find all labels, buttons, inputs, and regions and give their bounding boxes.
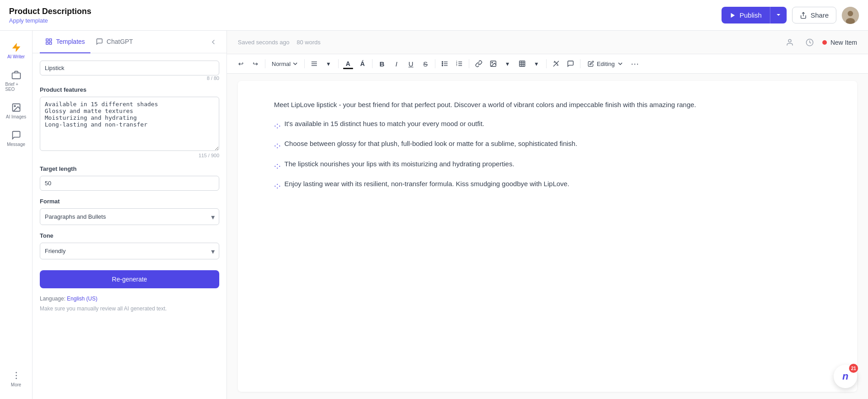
notification-button[interactable]: n 21 (834, 365, 857, 388)
bullet-marker-1: ·:· (274, 119, 281, 133)
svg-point-8 (15, 375, 17, 376)
notification-container: n 21 (834, 365, 857, 388)
more-options-button[interactable]: ··· (628, 57, 642, 70)
editor-main-paragraph: Meet LipLove lipstick - your best friend… (274, 99, 821, 111)
bullet-marker-2: ·:· (274, 139, 281, 153)
svg-point-14 (788, 39, 791, 42)
avatar[interactable] (842, 7, 859, 24)
apply-template-link[interactable]: Apply template (9, 17, 91, 24)
format-select[interactable]: Paragraphs and Bullets Paragraphs only B… (40, 208, 219, 225)
main-layout: AI Writer Brief + SEO AI Images Message … (0, 31, 868, 399)
publish-button[interactable]: Publish (722, 7, 787, 23)
chevron-down-icon (776, 12, 781, 18)
editor-content[interactable]: Meet LipLove lipstick - your best friend… (238, 81, 857, 392)
bullet-item-2: ·:· Choose between glossy for that plush… (274, 138, 821, 153)
style-dropdown[interactable]: Normal (268, 59, 302, 69)
sidebar-item-more[interactable]: More (2, 366, 31, 392)
editor-actions: New Item (783, 35, 857, 50)
regenerate-button[interactable]: Re-generate (40, 270, 219, 288)
table-chevron-button[interactable]: ▾ (530, 57, 543, 70)
disclaimer-text: Make sure you manually review all AI gen… (40, 305, 219, 313)
svg-rect-33 (519, 61, 525, 66)
target-length-input[interactable] (40, 176, 219, 191)
chevron-left-icon (209, 38, 217, 46)
bullet-item-3: ·:· The lipstick nourishes your lips wit… (274, 158, 821, 173)
top-bar: Product Descriptions Apply template Publ… (0, 0, 868, 31)
briefcase-icon (11, 70, 21, 80)
toolbar-divider-7 (546, 59, 547, 68)
panel-body: 8 / 80 Product features Available in 15 … (33, 53, 226, 399)
redo-button[interactable]: ↪ (249, 57, 262, 70)
link-button[interactable] (472, 57, 486, 70)
highlight-button[interactable]: Á (356, 57, 369, 70)
undo-button[interactable]: ↩ (234, 57, 248, 70)
align-button[interactable] (307, 57, 321, 70)
svg-point-7 (15, 372, 17, 373)
bullet-marker-3: ·:· (274, 159, 281, 173)
bullet-item-4: ·:· Enjoy lasting wear with its resilien… (274, 178, 821, 193)
link-icon (475, 60, 482, 67)
format-label: Format (40, 198, 219, 205)
toolbar-divider-4 (372, 59, 373, 68)
editor-topbar: Saved seconds ago 80 words New Item (227, 31, 868, 54)
toolbar-divider-8 (580, 59, 580, 68)
sidebar-item-brief-seo[interactable]: Brief + SEO (2, 66, 31, 96)
editing-chevron-icon (618, 61, 623, 66)
toolbar-divider-1 (265, 59, 265, 68)
sidebar-item-message[interactable]: Message (2, 126, 31, 151)
clock-icon-button[interactable] (802, 35, 817, 50)
tone-select-wrapper: Friendly Professional Casual Formal ▾ (40, 243, 219, 259)
play-icon (730, 12, 736, 19)
italic-button[interactable]: I (390, 57, 403, 70)
features-textarea[interactable]: Available in 15 different shades Glossy … (40, 97, 219, 151)
svg-rect-11 (49, 39, 52, 41)
tab-chatgpt[interactable]: ChatGPT (90, 31, 138, 53)
top-bar-left: Product Descriptions Apply template (9, 7, 91, 24)
bold-button[interactable]: B (375, 57, 389, 70)
svg-rect-4 (12, 73, 20, 79)
comment-button[interactable] (564, 57, 577, 70)
table-icon (519, 60, 526, 67)
clear-format-icon (552, 60, 560, 67)
svg-rect-10 (46, 39, 48, 41)
sidebar-item-ai-images[interactable]: AI Images (2, 98, 31, 124)
page-title: Product Descriptions (9, 7, 91, 16)
user-icon-button[interactable] (783, 35, 797, 50)
strikethrough-button[interactable]: S (419, 57, 432, 70)
saved-text: Saved seconds ago (238, 39, 289, 46)
panel-collapse-button[interactable] (208, 31, 219, 53)
table-button[interactable] (515, 57, 529, 70)
format-select-wrapper: Paragraphs and Bullets Paragraphs only B… (40, 208, 219, 225)
style-chevron-icon (292, 61, 298, 66)
toolbar: ↩ ↪ Normal ▾ A Á B I (227, 54, 868, 74)
share-button[interactable]: Share (792, 7, 836, 23)
svg-point-23 (442, 63, 443, 64)
editing-dropdown[interactable]: Editing (583, 59, 627, 69)
ordered-list-button[interactable]: 1 2 3 (453, 57, 466, 70)
user-icon (786, 38, 794, 47)
new-item-button[interactable]: New Item (822, 39, 857, 46)
features-label: Product features (40, 86, 219, 93)
features-char-count: 115 / 900 (40, 153, 219, 158)
templates-icon (45, 38, 52, 45)
align-icon (311, 60, 318, 67)
language-link[interactable]: English (US) (67, 296, 97, 302)
panel-tabs: Templates ChatGPT (33, 31, 226, 53)
sidebar-item-ai-writer[interactable]: AI Writer (2, 38, 31, 64)
clear-format-button[interactable] (549, 57, 563, 70)
image-insert-button[interactable] (486, 57, 500, 70)
toolbar-divider-5 (435, 59, 435, 68)
image-chevron-button[interactable]: ▾ (501, 57, 514, 70)
chatgpt-icon (96, 38, 103, 45)
publish-arrow[interactable] (770, 7, 787, 23)
underline-button[interactable]: U (404, 57, 418, 70)
tone-select[interactable]: Friendly Professional Casual Formal (40, 243, 219, 259)
tab-templates[interactable]: Templates (40, 31, 90, 53)
align-chevron-button[interactable]: ▾ (322, 57, 335, 70)
bolt-icon (11, 42, 21, 52)
language-note: Language: English (US) (40, 296, 219, 302)
bullet-list-button[interactable] (438, 57, 452, 70)
product-name-input[interactable] (40, 61, 219, 75)
comment-icon (567, 60, 574, 67)
font-color-button[interactable]: A (341, 57, 355, 70)
